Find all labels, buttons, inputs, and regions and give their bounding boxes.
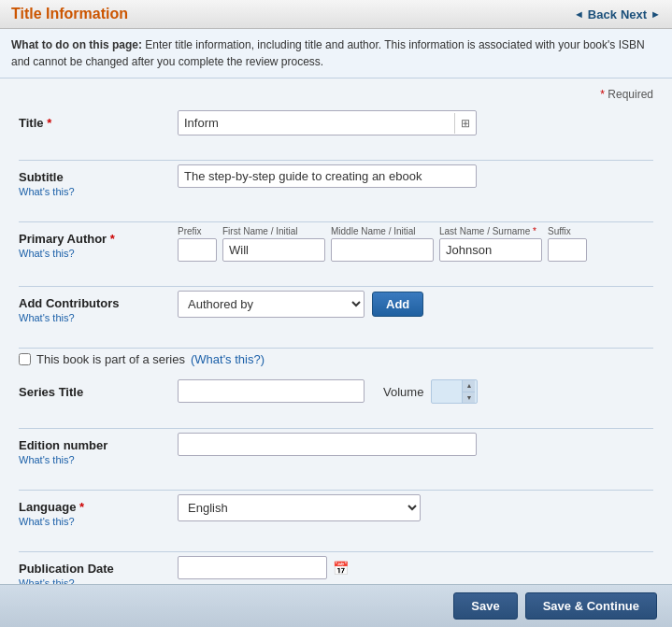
suffix-group: Suffix (548, 226, 587, 262)
footer-bar: Save Save & Continue (0, 584, 672, 627)
firstname-input[interactable] (222, 238, 325, 262)
middlename-label: Middle Name / Initial (331, 226, 416, 236)
header-bar: Title Information ◄ Back Next ► (0, 0, 672, 29)
divider-6 (19, 490, 653, 491)
title-input-wrapper: ⊞ (178, 110, 477, 135)
language-control-area: English Spanish French German Italian Po… (178, 494, 653, 521)
edition-label-area: Edition number What's this? (19, 433, 178, 465)
next-button[interactable]: Next (621, 7, 647, 21)
language-row: Language * What's this? English Spanish … (19, 494, 653, 536)
required-label: Required (608, 88, 653, 101)
contributors-select[interactable]: Authored by Edited by Translated by Illu… (178, 291, 365, 318)
save-continue-button[interactable]: Save & Continue (525, 592, 657, 620)
info-bold: What to do on this page: (11, 38, 142, 51)
page-title: Title Information (11, 6, 128, 22)
pubdate-input[interactable] (178, 556, 327, 579)
author-label-area: Primary Author * What's this? (19, 226, 178, 259)
title-required-star: * (47, 116, 51, 130)
language-required-star: * (79, 500, 84, 514)
subtitle-row: Subtitle What's this? (19, 164, 653, 207)
divider-3 (19, 286, 653, 287)
volume-down-button[interactable]: ▼ (463, 392, 475, 404)
series-title-input[interactable] (178, 379, 365, 403)
series-checkbox-label: This book is part of a series (36, 352, 185, 366)
header-nav: ◄ Back Next ► (574, 7, 661, 21)
edition-label: Edition number (19, 438, 107, 452)
divider-7 (19, 551, 653, 552)
next-arrow-icon: ► (651, 8, 661, 20)
title-control-area: ⊞ (178, 110, 653, 135)
divider-1 (19, 160, 653, 161)
contributors-row: Add Contributors What's this? Authored b… (19, 291, 653, 333)
divider-2 (19, 221, 653, 222)
title-label-area: Title * (19, 110, 178, 130)
series-checkbox-row: This book is part of a series (What's th… (19, 352, 653, 366)
edition-control-area (178, 433, 653, 456)
series-title-control-area: Volume ▲ ▼ (178, 379, 653, 404)
series-title-label: Series Title (19, 385, 83, 399)
firstname-group: First Name / Initial (222, 226, 325, 262)
contributors-area: Authored by Edited by Translated by Illu… (178, 291, 653, 318)
primary-author-row: Primary Author * What's this? Prefix Fir… (19, 226, 653, 271)
lastname-required-star: * (533, 226, 536, 236)
subtitle-input[interactable] (178, 164, 477, 188)
language-label-area: Language * What's this? (19, 494, 178, 527)
divider-4 (19, 348, 653, 349)
required-asterisk: * (600, 88, 605, 101)
volume-spinner: ▲ ▼ (431, 379, 478, 404)
prefix-input[interactable] (178, 238, 217, 262)
suffix-label: Suffix (548, 226, 571, 236)
pubdate-area: 📅 (178, 556, 653, 579)
subtitle-control-area (178, 164, 653, 188)
subtitle-label-area: Subtitle What's this? (19, 164, 178, 197)
main-content: * Required Title * ⊞ Subtitle What's thi… (0, 78, 672, 627)
title-row: Title * ⊞ (19, 110, 653, 145)
back-arrow-icon: ◄ (574, 8, 584, 20)
info-box: What to do on this page: Enter title inf… (0, 29, 672, 78)
author-control-area: Prefix First Name / Initial Middle Name … (178, 226, 653, 262)
edition-row: Edition number What's this? (19, 433, 653, 475)
suffix-input[interactable] (548, 238, 587, 262)
add-contributor-button[interactable]: Add (372, 292, 423, 317)
series-title-row: Series Title Volume ▲ ▼ (19, 379, 653, 413)
expand-icon[interactable]: ⊞ (454, 113, 476, 134)
contributors-whats-this-link[interactable]: What's this? (19, 312, 178, 323)
save-button[interactable]: Save (453, 592, 517, 620)
middlename-input[interactable] (331, 238, 434, 262)
contributors-control-area: Authored by Edited by Translated by Illu… (178, 291, 653, 318)
volume-label: Volume (383, 385, 423, 399)
edition-input[interactable] (178, 433, 477, 456)
author-fields: Prefix First Name / Initial Middle Name … (178, 226, 653, 262)
pubdate-control-area: 📅 (178, 556, 653, 579)
back-button[interactable]: Back (588, 7, 617, 21)
series-whats-this-link[interactable]: (What's this?) (191, 352, 265, 366)
title-label: Title * (19, 116, 51, 130)
calendar-icon[interactable]: 📅 (333, 561, 349, 576)
required-note: * Required (19, 88, 653, 101)
lastname-input[interactable] (439, 238, 542, 262)
subtitle-whats-this-link[interactable]: What's this? (19, 186, 178, 197)
title-input[interactable] (179, 111, 454, 135)
pubdate-label: Publication Date (19, 562, 114, 576)
series-title-label-area: Series Title (19, 379, 178, 399)
prefix-group: Prefix (178, 226, 217, 262)
edition-whats-this-link[interactable]: What's this? (19, 454, 178, 465)
contributors-label: Add Contributors (19, 296, 120, 310)
language-whats-this-link[interactable]: What's this? (19, 516, 178, 527)
series-checkbox[interactable] (19, 353, 31, 365)
lastname-group: Last Name / Surname * (439, 226, 542, 262)
volume-input[interactable] (432, 383, 462, 401)
subtitle-label: Subtitle (19, 170, 64, 184)
volume-arrows: ▲ ▼ (462, 380, 475, 403)
author-label: Primary Author * (19, 232, 115, 246)
contributors-label-area: Add Contributors What's this? (19, 291, 178, 323)
prefix-label: Prefix (178, 226, 202, 236)
language-label: Language * (19, 500, 84, 514)
firstname-label: First Name / Initial (222, 226, 298, 236)
lastname-label: Last Name / Surname * (439, 226, 536, 236)
volume-up-button[interactable]: ▲ (463, 380, 475, 392)
series-row: Volume ▲ ▼ (178, 379, 653, 404)
author-whats-this-link[interactable]: What's this? (19, 248, 178, 259)
volume-area: Volume ▲ ▼ (383, 379, 478, 404)
language-select[interactable]: English Spanish French German Italian Po… (178, 494, 421, 521)
